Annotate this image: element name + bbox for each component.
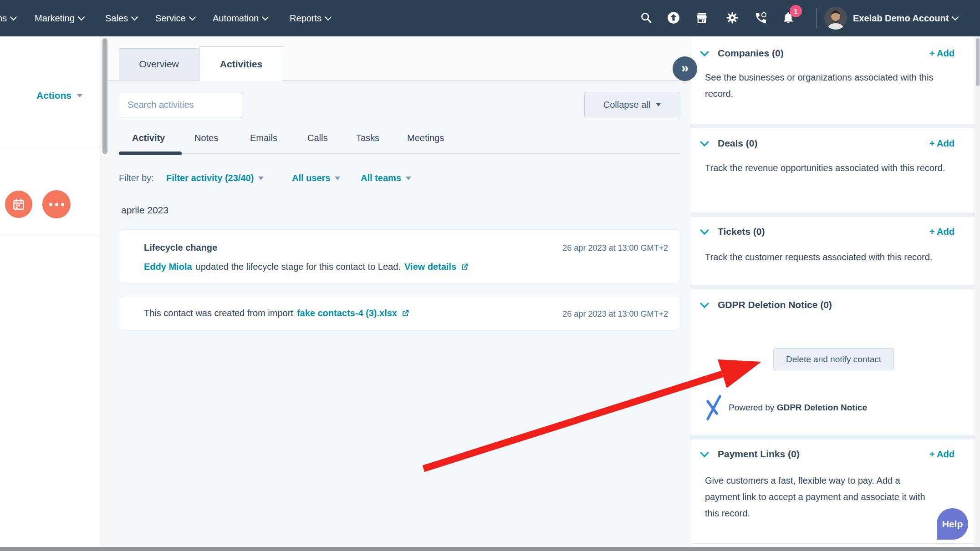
tab-overview[interactable]: Overview: [119, 48, 199, 80]
subtab-notes[interactable]: Notes: [194, 133, 218, 143]
user-avatar[interactable]: [824, 6, 847, 30]
panel-divider: [0, 235, 101, 235]
subtab-active-indicator: [119, 152, 182, 155]
sidebar-section-companies: Companies (0) + Add See the businesses o…: [690, 36, 975, 124]
left-scrollbar-track: [101, 36, 109, 547]
more-actions-button[interactable]: [42, 190, 71, 218]
tab-label: Overview: [139, 59, 179, 70]
settings-gear-icon[interactable]: [726, 11, 739, 24]
nav-item-marketing[interactable]: Marketing: [35, 0, 84, 36]
nav-item-label: Sales: [105, 13, 128, 24]
chevron-down-icon[interactable]: [700, 47, 709, 56]
search-activities-box: [119, 92, 244, 117]
subtab-activity[interactable]: Activity: [132, 133, 165, 143]
section-description: See the businesses or organizations asso…: [705, 69, 954, 102]
tab-activities[interactable]: Activities: [199, 46, 283, 81]
filter-by-label: Filter by:: [119, 173, 154, 183]
nav-item-reports[interactable]: Reports: [290, 0, 331, 36]
chevron-down-icon[interactable]: [700, 299, 709, 308]
marketplace-icon[interactable]: [695, 11, 708, 24]
upload-icon[interactable]: [667, 11, 680, 24]
hubspot-contact-record-page: ns Marketing Sales Service Automation Re…: [0, 0, 980, 551]
nav-divider: [816, 8, 817, 28]
subtab-tasks[interactable]: Tasks: [356, 133, 379, 143]
chevron-down-icon: [952, 14, 959, 21]
powered-by-app-link[interactable]: GDPR Deletion Notice: [777, 403, 867, 412]
collapse-sidebar-button[interactable]: »: [673, 56, 697, 81]
collapse-all-button[interactable]: Collapse all: [584, 92, 680, 117]
help-label: Help: [942, 519, 963, 530]
subtab-calls[interactable]: Calls: [307, 133, 327, 143]
add-payment-link-button[interactable]: + Add: [929, 449, 954, 460]
calling-phone-icon[interactable]: [755, 11, 767, 24]
caret-down-icon: [406, 177, 411, 180]
event-body: Eddy Miola updated the lifecycle stage f…: [144, 262, 469, 272]
sidebar-section-tickets: Tickets (0) + Add Track the customer req…: [690, 217, 975, 285]
external-link-icon: [460, 263, 469, 272]
section-description: Give customers a fast, flexible way to p…: [705, 472, 935, 521]
all-users-label: All users: [292, 173, 330, 183]
all-users-dropdown[interactable]: All users: [292, 173, 340, 183]
event-title: Lifecycle change: [144, 243, 217, 253]
left-scrollbar-thumb[interactable]: [102, 38, 107, 154]
add-company-button[interactable]: + Add: [929, 48, 954, 59]
external-link-icon: [401, 309, 410, 318]
nav-item-automation[interactable]: Automation: [213, 0, 268, 36]
timeline-event-card: Lifecycle change 26 apr 2023 at 13:00 GM…: [119, 229, 680, 283]
section-description: Track the revenue opportunities associat…: [705, 160, 954, 176]
add-deal-button[interactable]: + Add: [929, 138, 954, 149]
timeline-event-card: This contact was created from import fak…: [119, 297, 680, 331]
top-navigation-bar: ns Marketing Sales Service Automation Re…: [0, 0, 980, 36]
powered-by-prefix: Powered by: [729, 403, 777, 412]
nav-item-truncated[interactable]: ns: [0, 0, 16, 36]
account-menu[interactable]: Exelab Demo Account: [853, 0, 958, 36]
chevron-down-icon[interactable]: [700, 226, 709, 235]
right-scrollbar-track: [975, 36, 980, 547]
caret-down-icon: [77, 94, 82, 97]
nav-item-label: ns: [0, 13, 7, 24]
right-scrollbar-thumb[interactable]: [976, 38, 980, 86]
user-link[interactable]: Eddy Miola: [144, 262, 192, 272]
section-title: GDPR Deletion Notice (0): [718, 299, 832, 310]
section-title: Deals (0): [718, 138, 758, 149]
actions-label: Actions: [36, 90, 71, 101]
nav-item-label: Service: [155, 13, 186, 24]
horizontal-scrollbar[interactable]: [0, 547, 980, 551]
tab-bar-border: [108, 80, 690, 81]
chevron-down-icon: [131, 14, 138, 21]
caret-down-icon: [656, 103, 661, 106]
delete-and-notify-contact-button[interactable]: Delete and notify contact: [773, 348, 894, 370]
panel-divider: [0, 149, 101, 149]
sidebar-section-payment-links: Payment Links (0) + Add Give customers a…: [690, 440, 975, 544]
caret-down-icon: [335, 177, 340, 180]
timeline-month-header: aprile 2023: [121, 205, 168, 216]
chevron-down-icon: [10, 14, 17, 21]
view-details-link[interactable]: View details: [404, 262, 456, 272]
section-title: Payment Links (0): [718, 449, 800, 460]
subtab-meetings[interactable]: Meetings: [407, 133, 444, 143]
chevron-down-icon[interactable]: [700, 137, 709, 147]
import-file-link[interactable]: fake contacts-4 (3).xlsx: [297, 308, 397, 318]
chevron-down-icon: [325, 14, 332, 21]
calendar-icon: [12, 197, 26, 211]
nav-item-sales[interactable]: Sales: [105, 0, 137, 36]
actions-dropdown[interactable]: Actions: [36, 90, 82, 101]
meeting-calendar-button[interactable]: [5, 191, 32, 218]
subtab-emails[interactable]: Emails: [250, 133, 277, 143]
left-profile-panel: Actions: [0, 36, 101, 547]
nav-item-service[interactable]: Service: [155, 0, 195, 36]
search-activities-input[interactable]: [127, 99, 249, 111]
search-icon[interactable]: [640, 11, 653, 24]
all-teams-dropdown[interactable]: All teams: [361, 173, 411, 183]
filter-activity-dropdown[interactable]: Filter activity (23/40): [166, 173, 264, 183]
event-body: This contact was created from import fak…: [144, 308, 410, 318]
powered-by-text: Powered by GDPR Deletion Notice: [729, 403, 867, 413]
double-chevron-right-icon: »: [681, 60, 689, 76]
chevron-down-icon[interactable]: [700, 448, 709, 457]
add-ticket-button[interactable]: + Add: [929, 227, 954, 237]
filter-activity-label: Filter activity (23/40): [166, 173, 254, 183]
help-button[interactable]: Help: [937, 508, 968, 540]
delete-button-label: Delete and notify contact: [786, 354, 881, 364]
ellipsis-icon: [49, 203, 64, 206]
chevron-down-icon: [189, 14, 196, 21]
